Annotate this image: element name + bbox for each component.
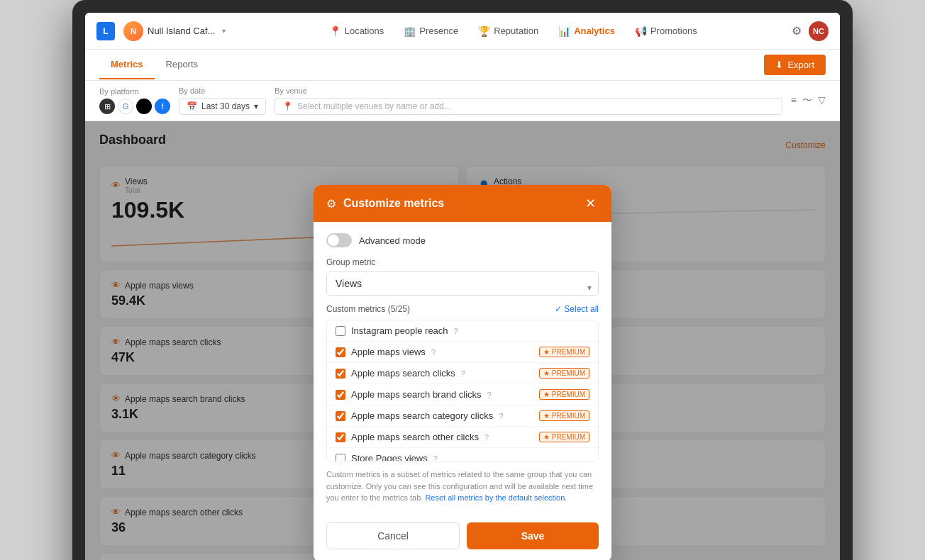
promotions-icon: 📢 — [635, 26, 647, 37]
store-views-list-label: Store Pages views — [351, 453, 428, 461]
nav-item-locations[interactable]: 📍 Locations — [319, 21, 394, 41]
checkbox-insta-reach[interactable] — [336, 326, 345, 336]
platform-icons: ⊞ G f — [99, 99, 170, 114]
filter-bar: By platform ⊞ G f By date 📅 Last 30 days… — [85, 81, 840, 121]
save-button[interactable]: Save — [467, 522, 599, 549]
info-icon-apple-other[interactable]: ? — [484, 433, 489, 442]
checkbox-apple-category[interactable] — [336, 411, 345, 421]
analytics-icon: 📊 — [558, 26, 570, 37]
date-filter-label: By date — [179, 86, 266, 95]
dashboard-area: Dashboard Customize 👁 Views Total 109.5K — [85, 121, 840, 560]
info-icon-store-views[interactable]: ? — [433, 454, 438, 462]
list-item-apple-brand: Apple maps search brand clicks ? ★ PREMI… — [327, 384, 598, 405]
venue-placeholder: Select multiple venues by name or add... — [297, 101, 451, 111]
group-metric-select-wrapper: Views ▾ — [326, 271, 599, 304]
nav-item-promotions-label: Promotions — [650, 26, 697, 36]
nav-item-locations-label: Locations — [345, 26, 384, 36]
nav-item-promotions[interactable]: 📢 Promotions — [625, 21, 707, 41]
laptop-container: L N Null Island Caf... ▾ 📍 Locations 🏢 P… — [72, 0, 853, 560]
checkbox-apple-views[interactable] — [336, 347, 345, 357]
list-item-insta-reach: Instagram people reach ? — [327, 320, 598, 342]
settings-icon[interactable]: ⚙ — [792, 24, 802, 38]
filter-icon[interactable]: ▽ — [818, 94, 826, 107]
reset-link[interactable]: Reset all metrics by the default selecti… — [425, 493, 567, 502]
customize-metrics-modal: ⚙ Customize metrics ✕ Advanced mode Grou… — [314, 185, 611, 560]
list-item-apple-views: Apple maps views ? ★ PREMIUM — [327, 342, 598, 363]
checkbox-store-views[interactable] — [336, 454, 345, 462]
custom-metrics-title: Custom metrics (5/25) — [326, 304, 410, 314]
nav-item-reputation-label: Reputation — [494, 26, 538, 36]
checkbox-apple-brand[interactable] — [336, 390, 345, 400]
info-icon-apple-search[interactable]: ? — [461, 369, 465, 378]
export-label: Export — [787, 60, 814, 70]
info-icon-apple-brand[interactable]: ? — [487, 391, 492, 399]
apple-brand-list-label: Apple maps search brand clicks — [351, 389, 482, 400]
advanced-mode-row: Advanced mode — [326, 233, 599, 247]
premium-badge-apple-brand: ★ PREMIUM — [539, 389, 589, 400]
select-all-link[interactable]: ✓ Select all — [555, 304, 599, 314]
nav-right: ⚙ NC — [792, 21, 829, 41]
screen: L N Null Island Caf... ▾ 📍 Locations 🏢 P… — [85, 13, 840, 560]
date-filter[interactable]: 📅 Last 30 days ▾ — [179, 98, 266, 115]
top-navigation: L N Null Island Caf... ▾ 📍 Locations 🏢 P… — [85, 13, 840, 50]
bar-chart-icon[interactable]: ≡ — [791, 94, 797, 107]
list-item-apple-search: Apple maps search clicks ? ★ PREMIUM — [327, 363, 598, 384]
premium-badge-apple-category: ★ PREMIUM — [539, 410, 589, 421]
cancel-button[interactable]: Cancel — [326, 522, 460, 549]
info-icon-insta-reach[interactable]: ? — [454, 327, 458, 335]
premium-badge-apple-other: ★ PREMIUM — [539, 432, 589, 442]
tab-metrics[interactable]: Metrics — [99, 50, 155, 79]
modal-close-button[interactable]: ✕ — [582, 195, 599, 212]
line-chart-icon[interactable]: 〜 — [802, 94, 812, 107]
nav-items: 📍 Locations 🏢 Presence 🏆 Reputation 📊 An… — [238, 21, 787, 41]
venue-icon: 📍 — [282, 101, 293, 111]
premium-badge-apple-views: ★ PREMIUM — [539, 347, 589, 357]
nav-item-analytics-label: Analytics — [574, 26, 615, 36]
nav-item-analytics[interactable]: 📊 Analytics — [548, 21, 625, 41]
checkbox-apple-search[interactable] — [336, 369, 345, 379]
brand-avatar: N — [123, 21, 143, 41]
apple-other-list-label: Apple maps search other clicks — [351, 432, 479, 442]
nav-item-presence-label: Presence — [419, 26, 458, 36]
premium-badge-apple-search: ★ PREMIUM — [539, 368, 589, 379]
platform-icon-facebook[interactable]: f — [155, 99, 170, 114]
toggle-knob — [328, 235, 339, 246]
nav-item-presence[interactable]: 🏢 Presence — [394, 21, 468, 41]
checkbox-apple-other[interactable] — [336, 432, 345, 442]
list-item-apple-category: Apple maps search category clicks ? ★ PR… — [327, 405, 598, 427]
advanced-mode-toggle[interactable] — [326, 233, 352, 247]
venue-filter[interactable]: 📍 Select multiple venues by name or add.… — [275, 98, 782, 115]
export-button[interactable]: ⬇ Export — [764, 55, 826, 75]
platform-icon-google[interactable]: G — [118, 99, 133, 114]
reputation-icon: 🏆 — [478, 26, 490, 37]
advanced-mode-label: Advanced mode — [359, 235, 426, 246]
info-icon-apple-category[interactable]: ? — [499, 412, 503, 420]
locations-icon: 📍 — [329, 26, 341, 37]
checkmark-icon: ✓ — [555, 304, 564, 314]
platform-filter-label: By platform — [99, 87, 170, 96]
modal-header-icon: ⚙ — [326, 197, 336, 211]
info-icon-apple-views[interactable]: ? — [431, 348, 436, 357]
sub-nav-right: ⬇ Export — [764, 55, 826, 75]
date-filter-group: By date 📅 Last 30 days ▾ — [179, 86, 266, 115]
venue-filter-label: By venue — [275, 86, 782, 95]
platform-icon-apple[interactable] — [136, 99, 152, 114]
sub-navigation: Metrics Reports ⬇ Export — [85, 50, 840, 81]
brand-dropdown-icon[interactable]: ▾ — [222, 27, 226, 35]
tab-reports[interactable]: Reports — [155, 50, 210, 79]
date-filter-value: Last 30 days — [201, 101, 250, 111]
sub-nav-tabs: Metrics Reports — [99, 50, 209, 79]
list-item-apple-other: Apple maps search other clicks ? ★ PREMI… — [327, 427, 598, 448]
modal-info-text: Custom metrics is a subset of metrics re… — [326, 469, 599, 504]
modal-body: Advanced mode Group metric Views ▾ Custo… — [314, 222, 611, 522]
list-item-store-views: Store Pages views ? — [327, 448, 598, 461]
group-metric-label: Group metric — [326, 257, 599, 267]
group-metric-select[interactable]: Views — [326, 271, 599, 296]
platform-icon-dark[interactable]: ⊞ — [99, 99, 115, 114]
user-avatar: NC — [809, 21, 829, 41]
platform-filter-group: By platform ⊞ G f — [99, 87, 170, 114]
custom-metrics-header: Custom metrics (5/25) ✓ Select all — [326, 304, 599, 314]
nav-item-reputation[interactable]: 🏆 Reputation — [468, 21, 548, 41]
modal-footer: Cancel Save — [314, 522, 611, 561]
modal-title: Customize metrics — [343, 197, 575, 210]
